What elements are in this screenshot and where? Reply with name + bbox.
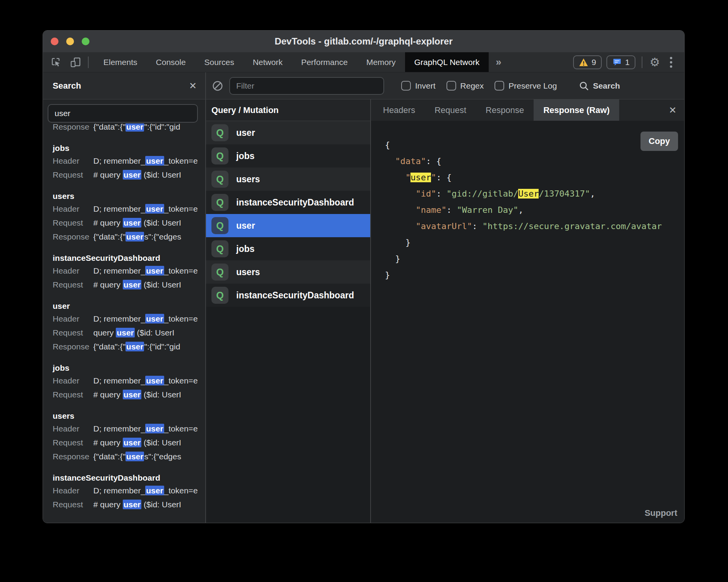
json-line: { <box>385 137 684 153</box>
query-list-item[interactable]: QinstanceSecurityDashboard <box>206 284 370 307</box>
search-result-title: instanceSecurityDashboard <box>53 472 203 484</box>
search-result-line[interactable]: Request# query user ($id: UserI <box>53 216 203 230</box>
search-result-line[interactable]: Request# query user ($id: UserI <box>53 278 203 292</box>
search-result-line[interactable]: HeaderD; remember_user_token=e <box>53 154 203 168</box>
search-result-field-label: Request <box>53 168 93 182</box>
warning-icon <box>579 58 588 67</box>
tab-memory[interactable]: Memory <box>357 52 405 72</box>
tab-performance[interactable]: Performance <box>292 52 357 72</box>
filter-input[interactable] <box>229 77 384 95</box>
query-type-badge: Q <box>211 287 228 304</box>
tab-console[interactable]: Console <box>147 52 195 72</box>
search-result-field-label: Header <box>53 312 93 326</box>
search-result-field-label: Header <box>53 154 93 168</box>
tab-response[interactable]: Response <box>476 99 534 121</box>
inspect-element-icon[interactable] <box>50 56 62 68</box>
search-result-line[interactable]: HeaderD; remember_user_token=e <box>53 202 203 216</box>
copy-button[interactable]: Copy <box>640 132 678 151</box>
kebab-menu-icon[interactable] <box>666 56 676 68</box>
search-result-entry[interactable]: userHeaderD; remember_user_token=eReques… <box>53 300 203 354</box>
query-list-item[interactable]: Qusers <box>206 260 370 284</box>
search-result-title: jobs <box>53 362 203 374</box>
query-list-item[interactable]: Qjobs <box>206 237 370 260</box>
tab-sources[interactable]: Sources <box>195 52 244 72</box>
tab-response-raw[interactable]: Response (Raw) <box>534 99 619 121</box>
search-result-line[interactable]: Request# query user ($id: UserI <box>53 436 203 450</box>
search-result-line[interactable]: Response{"data":{"user":{"id":"gid <box>53 340 203 354</box>
search-result-snippet: {"data":{"users":{"edges <box>93 232 181 241</box>
search-result-snippet: D; remember_user_token=e <box>93 156 198 166</box>
tab-request[interactable]: Request <box>425 99 476 121</box>
json-line: "name": "Warren Day", <box>385 202 684 218</box>
search-result-entry[interactable]: jobsHeaderD; remember_user_token=eReques… <box>53 142 203 182</box>
device-toolbar-icon[interactable] <box>69 56 82 68</box>
search-input[interactable] <box>48 104 198 123</box>
tab-elements[interactable]: Elements <box>94 52 147 72</box>
search-result-field-label: Response <box>53 123 93 134</box>
search-result-field-label: Header <box>53 374 93 388</box>
query-name: instanceSecurityDashboard <box>236 290 354 301</box>
search-match-highlight: user <box>123 170 141 180</box>
support-link[interactable]: Support <box>645 508 677 518</box>
regex-checkbox[interactable] <box>446 81 456 91</box>
clear-log-icon[interactable] <box>211 80 224 92</box>
regex-checkbox-group: Regex <box>446 81 484 91</box>
search-result-line[interactable]: HeaderD; remember_user_token=e <box>53 264 203 278</box>
search-results-list: Response{"data":{"user":{"id":"gidjobsHe… <box>43 123 205 523</box>
search-result-line[interactable]: Request# query user ($id: UserI <box>53 168 203 182</box>
search-result-line[interactable]: Requestquery user ($id: UserI <box>53 326 203 340</box>
search-result-line[interactable]: Response{"data":{"users":{"edges <box>53 450 203 464</box>
search-toggle[interactable]: Search <box>579 80 620 91</box>
search-match-highlight: user <box>145 424 164 433</box>
search-result-snippet: {"data":{"users":{"edges <box>93 452 181 461</box>
search-result-line[interactable]: Response{"data":{"user":{"id":"gid <box>53 123 203 134</box>
tab-network[interactable]: Network <box>244 52 292 72</box>
query-list-item[interactable]: Qjobs <box>206 144 370 168</box>
search-result-entry[interactable]: usersHeaderD; remember_user_token=eReque… <box>53 410 203 464</box>
search-result-snippet: query user ($id: UserI <box>93 328 174 337</box>
query-type-badge: Q <box>211 124 228 141</box>
preserve-log-checkbox[interactable] <box>494 81 504 91</box>
badge-separator <box>642 56 642 68</box>
query-type-badge: Q <box>211 147 228 164</box>
preserve-log-label[interactable]: Preserve Log <box>508 81 557 91</box>
toolbar-separator <box>88 56 89 68</box>
search-result-line[interactable]: Request# query user ($id: UserI <box>53 498 203 512</box>
search-match-highlight: user <box>145 314 164 324</box>
main-content: Response{"data":{"user":{"id":"gidjobsHe… <box>43 99 684 523</box>
search-match-highlight: user <box>125 342 144 351</box>
search-result-line[interactable]: HeaderD; remember_user_token=e <box>53 374 203 388</box>
query-list-item[interactable]: Quser <box>206 121 370 144</box>
search-result-line[interactable]: Response{"data":{"users":{"edges <box>53 230 203 244</box>
search-result-entry[interactable]: Response{"data":{"user":{"id":"gid <box>53 123 203 134</box>
search-result-line[interactable]: HeaderD; remember_user_token=e <box>53 484 203 498</box>
search-result-snippet: # query user ($id: UserI <box>93 390 181 399</box>
search-result-entry[interactable]: instanceSecurityDashboardHeaderD; rememb… <box>53 252 203 292</box>
search-result-line[interactable]: Request# query user ($id: UserI <box>53 388 203 402</box>
more-tabs-icon[interactable]: » <box>489 52 508 72</box>
search-result-entry[interactable]: jobsHeaderD; remember_user_token=eReques… <box>53 362 203 402</box>
tab-graphql-network[interactable]: GraphQL Network <box>405 52 489 72</box>
search-result-line[interactable]: HeaderD; remember_user_token=e <box>53 422 203 436</box>
regex-label[interactable]: Regex <box>460 81 484 91</box>
query-name: user <box>236 221 255 231</box>
search-result-entry[interactable]: usersHeaderD; remember_user_token=eReque… <box>53 190 203 244</box>
invert-label[interactable]: Invert <box>415 81 436 91</box>
invert-checkbox-group: Invert <box>401 81 436 91</box>
close-response-panel-icon[interactable]: ✕ <box>669 105 676 116</box>
query-name: instanceSecurityDashboard <box>236 197 354 208</box>
query-type-badge: Q <box>211 171 228 188</box>
search-result-title: jobs <box>53 142 203 154</box>
search-result-entry[interactable]: instanceSecurityDashboardHeaderD; rememb… <box>53 472 203 512</box>
query-list-item[interactable]: QinstanceSecurityDashboard <box>206 191 370 214</box>
json-line: "user": { <box>385 169 684 186</box>
tab-headers[interactable]: Headers <box>373 99 425 121</box>
settings-gear-icon[interactable]: ⚙ <box>649 56 661 68</box>
issues-badge[interactable]: 1 <box>606 55 635 69</box>
close-search-panel-icon[interactable]: ✕ <box>189 80 197 91</box>
search-result-line[interactable]: HeaderD; remember_user_token=e <box>53 312 203 326</box>
warnings-badge[interactable]: 9 <box>573 55 602 69</box>
query-list-item[interactable]: Qusers <box>206 168 370 191</box>
query-list-item-selected[interactable]: Quser <box>206 214 370 237</box>
invert-checkbox[interactable] <box>401 81 411 91</box>
